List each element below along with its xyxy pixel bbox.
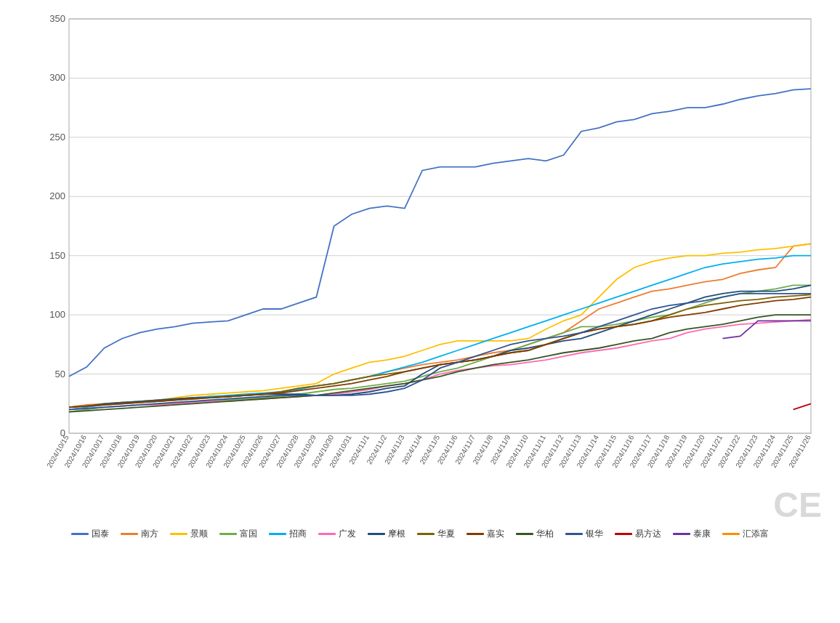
legend-item: 国泰 [71,528,109,540]
chart-container: 国泰南方景顺富国招商广发摩根华夏嘉实华柏银华易方达泰康汇添富 [0,0,840,623]
legend-item: 招商 [269,528,307,540]
legend-item: 汇添富 [722,528,769,540]
legend-item: 景顺 [170,528,208,540]
chart-legend: 国泰南方景顺富国招商广发摩根华夏嘉实华柏银华易方达泰康汇添富 [0,523,840,544]
legend-item: 银华 [565,528,603,540]
legend-item: 泰康 [673,528,711,540]
legend-item: 富国 [219,528,257,540]
chart-title [0,0,840,12]
legend-item: 易方达 [615,528,661,540]
legend-item: 摩根 [368,528,405,540]
legend-item: 华夏 [417,528,455,540]
legend-item: 广发 [318,528,356,540]
legend-item: 南方 [121,528,158,540]
legend-item: 华柏 [516,528,554,540]
legend-item: 嘉实 [467,528,504,540]
